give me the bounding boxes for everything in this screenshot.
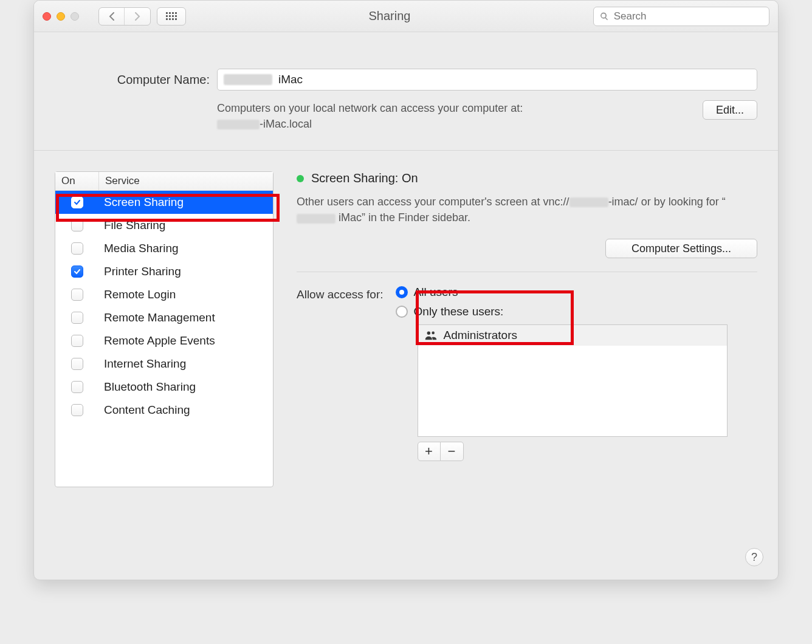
search-icon	[600, 12, 609, 21]
status-indicator-icon	[297, 175, 304, 182]
service-checkbox[interactable]	[71, 196, 83, 208]
window-title: Sharing	[192, 9, 587, 23]
close-window-icon[interactable]	[43, 12, 51, 21]
service-checkbox[interactable]	[71, 219, 83, 231]
search-input[interactable]	[614, 10, 763, 22]
radio-label: All users	[414, 286, 458, 299]
services-header: On Service	[55, 172, 273, 191]
sharing-window: Sharing Computer Name: iMac Computers on…	[33, 0, 779, 580]
zoom-window-icon[interactable]	[71, 12, 79, 21]
service-label: Remote Login	[99, 288, 273, 301]
remove-user-button[interactable]: −	[441, 442, 464, 461]
service-label: Screen Sharing	[99, 196, 273, 209]
service-label: Bluetooth Sharing	[99, 380, 273, 394]
services-table: On Service Screen SharingFile SharingMed…	[55, 171, 274, 487]
edit-button[interactable]: Edit...	[703, 100, 757, 120]
chevron-right-icon	[134, 12, 141, 21]
redacted-text	[224, 74, 272, 85]
users-list[interactable]: Administrators	[418, 324, 728, 437]
service-label: Remote Management	[99, 311, 273, 324]
service-label: Remote Apple Events	[99, 334, 273, 348]
grid-icon	[166, 12, 177, 20]
service-checkbox[interactable]	[71, 404, 83, 416]
computer-name-field[interactable]: iMac	[217, 69, 757, 91]
service-label: Media Sharing	[99, 242, 273, 255]
radio-label: Only these users:	[414, 305, 504, 318]
service-checkbox[interactable]	[71, 289, 83, 301]
service-row[interactable]: Content Caching	[55, 399, 273, 422]
chevron-left-icon	[108, 12, 115, 21]
hostname-description: Computers on your local network can acce…	[217, 100, 703, 132]
service-checkbox[interactable]	[71, 312, 83, 324]
status-label: Screen Sharing: On	[311, 171, 418, 185]
column-service-header[interactable]: Service	[99, 172, 273, 190]
minimize-window-icon[interactable]	[57, 12, 65, 21]
service-label: Content Caching	[99, 403, 273, 417]
radio-icon	[396, 286, 408, 298]
minus-icon: −	[448, 444, 456, 459]
add-user-button[interactable]: +	[418, 442, 441, 461]
computer-name-value: iMac	[278, 73, 303, 86]
service-checkbox[interactable]	[71, 358, 83, 370]
service-checkbox[interactable]	[71, 265, 83, 278]
computer-name-section: Computer Name: iMac Computers on your lo…	[34, 32, 778, 151]
service-row[interactable]: File Sharing	[55, 214, 273, 237]
column-on-header[interactable]: On	[55, 172, 99, 190]
service-detail: Screen Sharing: On Other users can acces…	[297, 171, 757, 461]
help-button[interactable]: ?	[745, 548, 763, 566]
service-row[interactable]: Bluetooth Sharing	[55, 375, 273, 399]
service-row[interactable]: Internet Sharing	[55, 352, 273, 375]
service-row[interactable]: Remote Apple Events	[55, 329, 273, 352]
allow-access-label: Allow access for:	[297, 286, 384, 301]
back-button[interactable]	[99, 8, 125, 25]
users-icon	[424, 329, 438, 342]
traffic-lights	[43, 12, 79, 21]
radio-icon	[396, 306, 408, 318]
service-row[interactable]: Screen Sharing	[55, 191, 273, 214]
user-name: Administrators	[444, 329, 517, 342]
forward-button[interactable]	[125, 8, 150, 25]
list-item[interactable]: Administrators	[418, 325, 727, 346]
service-row[interactable]: Remote Management	[55, 306, 273, 329]
nav-buttons	[98, 7, 151, 26]
plus-icon: +	[425, 444, 433, 459]
service-row[interactable]: Media Sharing	[55, 237, 273, 260]
service-checkbox[interactable]	[71, 381, 83, 393]
computer-name-label: Computer Name:	[55, 73, 210, 87]
service-label: Internet Sharing	[99, 357, 273, 371]
show-all-button[interactable]	[157, 7, 186, 26]
service-row[interactable]: Remote Login	[55, 283, 273, 306]
search-field[interactable]	[593, 7, 769, 26]
service-row[interactable]: Printer Sharing	[55, 260, 273, 283]
radio-only-these-users[interactable]: Only these users:	[396, 305, 728, 318]
add-remove-buttons: + −	[418, 442, 728, 461]
service-label: File Sharing	[99, 219, 273, 232]
service-checkbox[interactable]	[71, 242, 83, 255]
main-section: On Service Screen SharingFile SharingMed…	[34, 151, 778, 505]
service-description: Other users can access your computer's s…	[297, 194, 757, 225]
service-checkbox[interactable]	[71, 335, 83, 347]
computer-settings-button[interactable]: Computer Settings...	[605, 239, 757, 258]
radio-all-users[interactable]: All users	[396, 286, 728, 299]
divider	[297, 272, 757, 272]
titlebar: Sharing	[34, 1, 778, 32]
service-label: Printer Sharing	[99, 265, 273, 278]
